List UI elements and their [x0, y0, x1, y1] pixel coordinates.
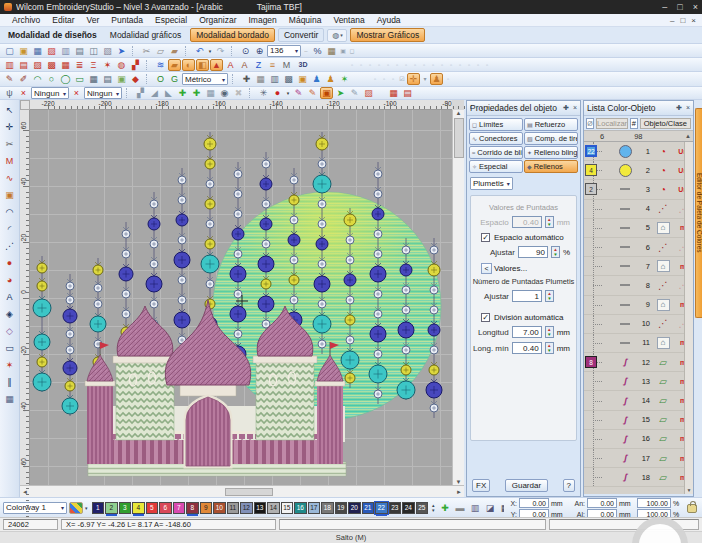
- doc-restore-button[interactable]: □: [680, 16, 685, 25]
- graphics-mode-button[interactable]: Modalidad gráficos: [104, 28, 187, 42]
- ellipse-tool-icon[interactable]: ●: [2, 255, 17, 271]
- contour-icon[interactable]: ≣: [73, 59, 86, 71]
- caret-mini-icon[interactable]: ▾: [421, 75, 429, 84]
- add-1-icon[interactable]: ✚: [176, 87, 189, 99]
- color-swatch-17[interactable]: 17: [308, 502, 321, 514]
- mini-19-icon[interactable]: ▫: [389, 75, 397, 84]
- auto-split-checkbox[interactable]: ✓: [481, 313, 490, 322]
- list-item[interactable]: 8⋰⋰: [584, 276, 693, 295]
- mesh-icon[interactable]: ▦: [204, 87, 217, 99]
- digitize-closed-icon[interactable]: ✐: [17, 73, 30, 85]
- cycle-colors-icon[interactable]: ▥: [469, 502, 482, 514]
- star-tool-icon[interactable]: ✳: [257, 87, 270, 99]
- longitud-spinner[interactable]: ▲▼: [545, 326, 554, 338]
- knife-tool-icon[interactable]: ✂: [2, 136, 17, 152]
- help-button[interactable]: ?: [563, 479, 575, 492]
- satin-icon[interactable]: ▥: [3, 59, 16, 71]
- send-icon[interactable]: ➤: [115, 45, 128, 57]
- color-swatch-9[interactable]: 9: [200, 502, 213, 514]
- wave-icon[interactable]: ≋: [154, 59, 167, 71]
- red-grid-icon[interactable]: ▦: [387, 87, 400, 99]
- tab-l-mites[interactable]: ◻Límites: [469, 118, 523, 131]
- tab-relleno-bling[interactable]: ✦Relleno bling: [524, 146, 578, 159]
- monogram-icon[interactable]: M: [280, 59, 293, 71]
- color-swatch-1[interactable]: 1: [92, 502, 105, 514]
- color-swatch-8[interactable]: 8: [186, 502, 199, 514]
- color-swatch-19[interactable]: 19: [335, 502, 348, 514]
- close-button[interactable]: ×: [693, 2, 698, 12]
- add-2-icon[interactable]: ✚: [190, 87, 203, 99]
- color-swatch-5[interactable]: 5: [146, 502, 159, 514]
- letter-o-icon[interactable]: O: [154, 73, 167, 85]
- remove-icon[interactable]: ✖: [232, 87, 245, 99]
- doc-close-button[interactable]: ×: [691, 16, 696, 25]
- rect-digitize-icon[interactable]: ▭: [73, 73, 86, 85]
- delete-2-icon[interactable]: ×: [70, 87, 83, 99]
- list-item[interactable]: 5⌂m: [584, 219, 693, 238]
- zoom-in-icon[interactable]: ⊕: [253, 45, 266, 57]
- mini-2-icon[interactable]: ▫: [357, 60, 365, 69]
- layout-icon[interactable]: ▤: [101, 73, 114, 85]
- color-swatch-21[interactable]: 21: [362, 502, 375, 514]
- list-item[interactable]: ʃ13▱m: [584, 372, 693, 391]
- parallel-tool-icon[interactable]: ∥: [2, 374, 17, 390]
- mini-5-icon[interactable]: ▫: [384, 60, 392, 69]
- mini-7-icon[interactable]: ▫: [402, 60, 410, 69]
- corner-1-icon[interactable]: ◢: [148, 87, 161, 99]
- color-swatch-6[interactable]: 6: [159, 502, 172, 514]
- menu-máquina[interactable]: Máquina: [283, 15, 328, 25]
- reshape-tool-icon[interactable]: ✛: [2, 119, 17, 135]
- arc-digitize-icon[interactable]: ◠: [31, 73, 44, 85]
- color-swatch-18[interactable]: 18: [321, 502, 334, 514]
- pin-icon[interactable]: ✚: [676, 104, 682, 112]
- oval-digitize-icon[interactable]: ◯: [59, 73, 72, 85]
- mini-10-icon[interactable]: ▫: [429, 60, 437, 69]
- travel-icon[interactable]: ➤: [334, 87, 347, 99]
- espacio-spinner[interactable]: ▲▼: [545, 216, 554, 228]
- fx-button[interactable]: FX: [472, 479, 490, 492]
- show-graphics-button[interactable]: Mostrar Gráficos: [350, 28, 425, 42]
- active-tool-icon[interactable]: ▣: [320, 87, 333, 99]
- list-item[interactable]: ʃ18▱m: [584, 468, 693, 487]
- add-color-icon[interactable]: ✚: [439, 502, 452, 514]
- rows-icon[interactable]: ▥: [268, 73, 281, 85]
- print-icon[interactable]: ▤: [73, 45, 86, 57]
- pin-icon[interactable]: ✚: [563, 104, 569, 112]
- values-link[interactable]: Valores...: [494, 264, 527, 273]
- buttonhole-tool-icon[interactable]: ◈: [2, 306, 17, 322]
- scroll-right-icon[interactable]: ►: [456, 489, 462, 495]
- arc-tool-icon[interactable]: ◕: [2, 272, 17, 288]
- color-chip-8[interactable]: 8: [585, 356, 597, 368]
- start-needle-select[interactable]: Ningun▾: [31, 87, 69, 99]
- mini-18-icon[interactable]: ▫: [380, 75, 388, 84]
- cross-icon[interactable]: ▞: [129, 59, 142, 71]
- flourish-icon[interactable]: Z: [252, 59, 265, 71]
- list-item[interactable]: 7⌂m: [584, 257, 693, 276]
- save-icon[interactable]: ▦: [31, 45, 44, 57]
- letter-g-icon[interactable]: G: [168, 73, 181, 85]
- pen-gray-icon[interactable]: ✎: [348, 87, 361, 99]
- figure-1-icon[interactable]: ♟: [310, 73, 323, 85]
- dash-icon[interactable]: –: [302, 46, 310, 55]
- star-fill-icon[interactable]: ✶: [101, 59, 114, 71]
- tab-rellenos[interactable]: ◆Rellenos: [524, 160, 578, 173]
- values-collapse-button[interactable]: <: [481, 263, 492, 274]
- zigzag-icon[interactable]: ▨: [31, 59, 44, 71]
- mini-16-icon[interactable]: ▫: [483, 60, 491, 69]
- no-fill-icon[interactable]: ◪: [484, 502, 497, 514]
- list-scroll-up-icon[interactable]: ▲: [685, 133, 691, 139]
- tab-especial[interactable]: ✧Especial: [469, 160, 523, 173]
- list-item[interactable]: 6⋰⋰: [584, 238, 693, 257]
- vertical-scrollbar[interactable]: ▲ ▼: [452, 110, 464, 485]
- corner-2-icon[interactable]: ◣: [162, 87, 175, 99]
- mini-1-icon[interactable]: ▫: [348, 60, 356, 69]
- longmin-field[interactable]: 0.40: [512, 342, 542, 354]
- hatch-icon[interactable]: ▨: [362, 87, 375, 99]
- color-swatch-4[interactable]: 4: [132, 502, 145, 514]
- copy-icon[interactable]: ▱: [154, 45, 167, 57]
- ajustar-spinner[interactable]: ▲▼: [551, 246, 560, 258]
- search-icon[interactable]: Ø: [586, 118, 594, 129]
- mini-9-icon[interactable]: ▫: [420, 60, 428, 69]
- target-icon[interactable]: ◉: [218, 87, 231, 99]
- flower-2-icon[interactable]: ✶: [338, 73, 351, 85]
